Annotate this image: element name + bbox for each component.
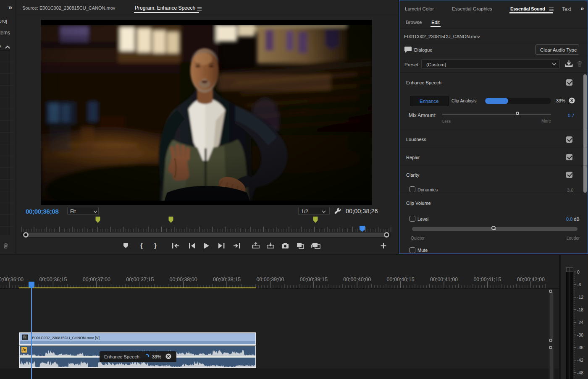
- svg-text:}: }: [154, 242, 157, 249]
- svg-text:{: {: [140, 242, 143, 249]
